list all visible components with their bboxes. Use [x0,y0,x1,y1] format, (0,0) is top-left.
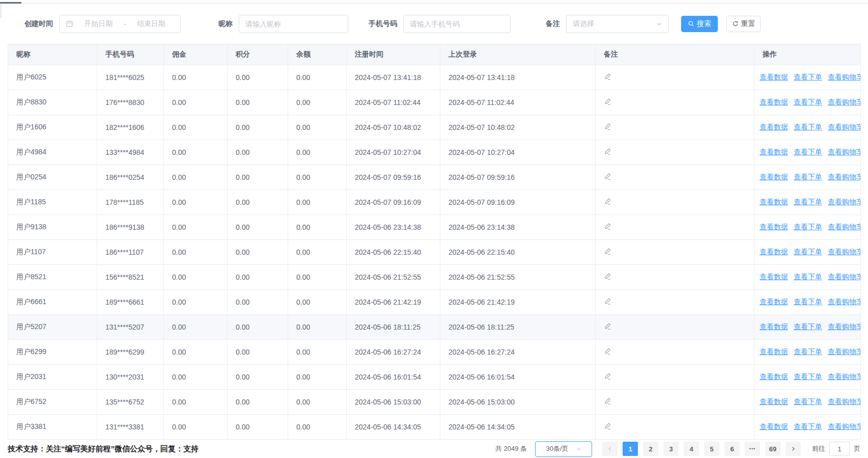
view-orders-link[interactable]: 查看下单 [794,322,822,331]
cell-actions: 查看数据查看下单查看购物车 [754,240,861,265]
cell-actions: 查看数据查看下单查看购物车 [754,340,861,365]
view-data-link[interactable]: 查看数据 [760,298,788,306]
cell-register-time: 2024-05-07 11:02:44 [347,90,440,115]
view-orders-link[interactable]: 查看下单 [794,397,822,406]
edit-remark-icon[interactable] [604,73,611,80]
end-date-placeholder[interactable]: 结束日期 [128,19,174,29]
view-data-link[interactable]: 查看数据 [760,98,788,106]
view-data-link[interactable]: 查看数据 [760,73,788,81]
view-data-link[interactable]: 查看数据 [760,347,788,356]
view-orders-link[interactable]: 查看下单 [794,248,822,256]
cell-phone: 189****6661 [97,290,164,315]
page-button-6[interactable]: 6 [724,442,740,456]
top-edge-accent [0,2,21,4]
view-cart-link[interactable]: 查看购物车 [828,273,861,281]
cell-nickname: 用户0254 [8,165,97,190]
view-orders-link[interactable]: 查看下单 [794,73,822,81]
view-cart-link[interactable]: 查看购物车 [828,223,861,231]
page-button-2[interactable]: 2 [643,442,658,456]
view-orders-link[interactable]: 查看下单 [794,273,822,281]
view-orders-link[interactable]: 查看下单 [794,148,822,156]
goto-page-input[interactable] [829,442,850,456]
view-orders-link[interactable]: 查看下单 [794,422,822,430]
search-button[interactable]: 搜索 [681,16,718,32]
page-button-3[interactable]: 3 [663,442,679,456]
view-cart-link[interactable]: 查看购物车 [828,298,861,306]
reset-button[interactable]: 重置 [726,16,761,32]
page-button-1[interactable]: 1 [623,442,638,456]
view-cart-link[interactable]: 查看购物车 [828,248,861,256]
edit-remark-icon[interactable] [604,98,611,105]
view-orders-link[interactable]: 查看下单 [794,223,822,231]
page-button-4[interactable]: 4 [684,442,699,456]
view-data-link[interactable]: 查看数据 [760,148,788,156]
cell-points: 0.00 [228,190,288,215]
view-cart-link[interactable]: 查看购物车 [828,73,861,81]
cell-balance: 0.00 [288,90,347,115]
cell-points: 0.00 [228,340,288,365]
table-row: 用户1107 186****1107 0.00 0.00 0.00 2024-0… [8,240,861,265]
edit-remark-icon[interactable] [604,198,611,205]
view-orders-link[interactable]: 查看下单 [794,372,822,381]
view-orders-link[interactable]: 查看下单 [794,347,822,356]
page-button-5[interactable]: 5 [704,442,719,456]
edit-remark-icon[interactable] [604,173,611,180]
view-cart-link[interactable]: 查看购物车 [828,322,861,331]
page-button-69[interactable]: 69 [765,442,780,456]
page-size-select[interactable]: 30条/页 [535,441,592,457]
start-date-placeholder[interactable]: 开始日期 [75,19,122,29]
edit-remark-icon[interactable] [604,372,611,380]
edit-remark-icon[interactable] [604,322,611,330]
edit-remark-icon[interactable] [604,422,611,430]
edit-remark-icon[interactable] [604,248,611,255]
nickname-input[interactable] [239,15,348,33]
phone-input[interactable] [403,15,511,33]
pager-ellipsis[interactable]: ••• [745,442,760,456]
view-data-link[interactable]: 查看数据 [760,372,788,381]
view-cart-link[interactable]: 查看购物车 [828,347,861,356]
prev-page-button[interactable] [602,442,618,456]
edit-remark-icon[interactable] [604,148,611,155]
reset-button-label: 重置 [741,19,755,29]
view-cart-link[interactable]: 查看购物车 [828,123,861,131]
view-orders-link[interactable]: 查看下单 [794,173,822,181]
view-data-link[interactable]: 查看数据 [760,422,788,430]
edit-remark-icon[interactable] [604,397,611,405]
cell-commission: 0.00 [164,115,228,140]
view-cart-link[interactable]: 查看购物车 [828,98,861,106]
view-orders-link[interactable]: 查看下单 [794,298,822,306]
view-orders-link[interactable]: 查看下单 [794,98,822,106]
view-data-link[interactable]: 查看数据 [760,123,788,131]
cell-register-time: 2024-05-07 09:16:09 [347,190,440,215]
remark-select[interactable]: 请选择 [566,15,669,33]
view-orders-link[interactable]: 查看下单 [794,123,822,131]
cell-phone: 131****3381 [97,415,164,440]
created-time-range-picker[interactable]: 开始日期 - 结束日期 [59,15,181,33]
next-page-button[interactable] [786,442,801,456]
col-header-points: 积分 [228,44,288,65]
cell-actions: 查看数据查看下单查看购物车 [754,190,861,215]
cell-remark [596,165,754,190]
cell-last-login: 2024-05-07 09:16:09 [440,190,596,215]
view-data-link[interactable]: 查看数据 [760,397,788,406]
view-cart-link[interactable]: 查看购物车 [828,397,861,406]
view-data-link[interactable]: 查看数据 [760,273,788,281]
view-data-link[interactable]: 查看数据 [760,198,788,206]
view-data-link[interactable]: 查看数据 [760,223,788,231]
view-cart-link[interactable]: 查看购物车 [828,422,861,430]
view-cart-link[interactable]: 查看购物车 [828,148,861,156]
view-cart-link[interactable]: 查看购物车 [828,372,861,381]
edit-remark-icon[interactable] [604,347,611,355]
view-data-link[interactable]: 查看数据 [760,248,788,256]
edit-remark-icon[interactable] [604,273,611,280]
view-cart-link[interactable]: 查看购物车 [828,198,861,206]
edit-remark-icon[interactable] [604,298,611,305]
view-data-link[interactable]: 查看数据 [760,322,788,331]
edit-remark-icon[interactable] [604,123,611,130]
cell-register-time: 2024-05-06 18:11:25 [347,315,440,340]
view-orders-link[interactable]: 查看下单 [794,198,822,206]
view-cart-link[interactable]: 查看购物车 [828,173,861,181]
edit-remark-icon[interactable] [604,223,611,230]
view-data-link[interactable]: 查看数据 [760,173,788,181]
cell-nickname: 用户1606 [8,115,97,140]
